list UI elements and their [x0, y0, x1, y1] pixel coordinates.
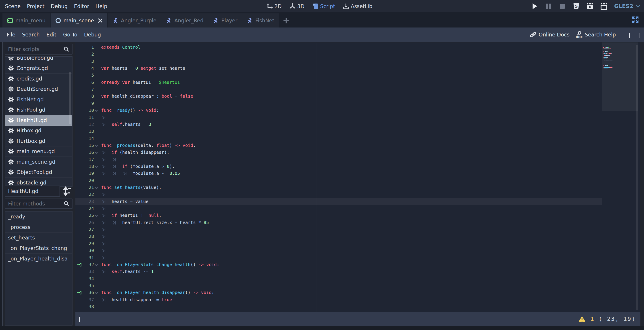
code-line-13: 13 — [76, 128, 640, 135]
gear-icon — [8, 65, 14, 71]
line-number: 19 — [76, 170, 94, 177]
tab-indent-marker — [101, 212, 106, 219]
html5-icon: 5 — [572, 3, 580, 10]
line-number: 33 — [76, 268, 94, 275]
main-menu-project[interactable]: Project — [27, 1, 51, 11]
code-scrollbar[interactable] — [636, 45, 638, 310]
scene-tab-Angler_Red[interactable]: Angler_Red — [161, 13, 208, 27]
script-item-Hurtbox.gd[interactable]: Hurtbox.gd — [5, 136, 72, 146]
code-line-19: 19modulate.a -= 0.05 — [76, 170, 640, 177]
script-name: main_menu.gd — [16, 148, 55, 154]
scene-tab-FishNet[interactable]: FishNet — [242, 13, 279, 27]
warning-icon[interactable] — [578, 316, 586, 323]
view-button-script[interactable]: Script — [312, 3, 335, 9]
script-menu-search[interactable]: Search — [22, 30, 46, 39]
method-item-_ready[interactable]: _ready — [5, 212, 72, 222]
history-forward-button[interactable] — [637, 33, 641, 37]
view-button-3d[interactable]: 3D — [289, 3, 304, 9]
script-scroll-icon — [312, 3, 319, 9]
script-item-ObjectPool.gd[interactable]: ObjectPool.gd — [5, 167, 72, 178]
script-menu-edit[interactable]: Edit — [46, 30, 63, 39]
fold-arrow-icon[interactable] — [95, 151, 98, 154]
tab-close-button[interactable] — [98, 18, 103, 23]
script-item-BubblePool.gd[interactable]: BubblePool.gd — [5, 56, 72, 63]
tab-label: main_menu — [16, 18, 46, 23]
script-item-HealthUI.gd[interactable]: HealthUI.gd — [5, 115, 72, 126]
main-menu-help[interactable]: Help — [96, 1, 114, 11]
chevron-left-icon — [629, 33, 630, 38]
method-item-_on_PlayerStats_chang[interactable]: _on_PlayerStats_chang — [5, 243, 72, 254]
tab-indent-marker — [101, 254, 106, 261]
play-scene-button[interactable] — [586, 3, 594, 10]
script-item-DeathScreen.gd[interactable]: DeathScreen.gd — [5, 84, 72, 95]
main-menu-editor[interactable]: Editor — [74, 1, 95, 11]
view-button-assetlib[interactable]: AssetLib — [342, 3, 372, 9]
scene-tab-main_scene[interactable]: main_scene — [50, 13, 108, 27]
script-list-scrollbar[interactable] — [69, 72, 71, 124]
play-custom-scene-button[interactable] — [600, 3, 608, 10]
history-back-button[interactable] — [628, 33, 632, 37]
script-item-Congrats.gd[interactable]: Congrats.gd — [5, 63, 72, 74]
code-line-26: 26heartUI.rect_size.x = hearts * 85 — [76, 219, 640, 226]
main-menu-scene[interactable]: Scene — [5, 1, 27, 11]
tab-label: Angler_Red — [174, 18, 204, 23]
distraction-free-button[interactable] — [631, 15, 640, 24]
code-text: func _process(delta: float) -> void: — [101, 142, 196, 149]
tab-indent-marker — [101, 114, 106, 121]
filter-scripts-input[interactable] — [8, 46, 64, 52]
tab-indent-marker — [101, 296, 106, 303]
script-menu-debug[interactable]: Debug — [84, 30, 108, 39]
fold-arrow-icon[interactable] — [95, 291, 98, 294]
renderer-dropdown[interactable]: GLES2 — [614, 3, 640, 9]
control-node-icon — [7, 17, 13, 24]
script-item-main_scene.gd[interactable]: main_scene.gd — [5, 157, 72, 167]
script-name: Hurtbox.gd — [16, 138, 45, 144]
script-item-Hitbox.gd[interactable]: Hitbox.gd — [5, 126, 72, 136]
main-menu-debug[interactable]: Debug — [51, 1, 74, 11]
view-button-2d[interactable]: 2D — [266, 3, 282, 9]
script-item-credits.gd[interactable]: credits.gd — [5, 73, 72, 84]
script-item-FishNet.gd[interactable]: FishNet.gd — [5, 94, 72, 105]
svg-text:DOC: DOC — [576, 35, 582, 38]
scene-tab-Angler_Purple[interactable]: Angler_Purple — [108, 13, 161, 27]
pause-button[interactable] — [545, 3, 552, 10]
fold-arrow-icon[interactable] — [95, 144, 98, 147]
script-item-FishPool.gd[interactable]: FishPool.gd — [5, 105, 72, 115]
fold-arrow-icon[interactable] — [95, 186, 98, 189]
line-number: 30 — [76, 247, 94, 254]
code-editor[interactable]: 1extends Control234var hearts = 0 setget… — [76, 42, 640, 312]
playback-buttons: 5 — [531, 3, 608, 10]
method-item-set_hearts[interactable]: set_hearts — [5, 233, 72, 243]
script-menu-go-to[interactable]: Go To — [63, 30, 84, 39]
search-help-button[interactable]: DOC Search Help — [575, 31, 616, 38]
code-line-38: 38 — [76, 303, 640, 310]
collapse-panel-button[interactable] — [76, 317, 84, 321]
fold-arrow-icon[interactable] — [95, 109, 98, 112]
play-button[interactable] — [531, 3, 538, 10]
script-menu-file[interactable]: File — [7, 30, 22, 39]
filter-methods-input[interactable] — [8, 201, 64, 207]
script-name: HealthUI.gd — [16, 117, 47, 123]
pause-icon — [545, 3, 552, 10]
code-text: self.hearts -= 1 — [112, 268, 154, 275]
fold-arrow-icon[interactable] — [95, 214, 98, 217]
scene-tab-Player[interactable]: Player — [208, 13, 242, 27]
line-number: 5 — [76, 72, 94, 79]
script-item-main_menu.gd[interactable]: main_menu.gd — [5, 146, 72, 157]
line-number: 21 — [76, 184, 94, 191]
online-docs-button[interactable]: Online Docs — [530, 31, 570, 38]
new-tab-button[interactable] — [279, 13, 293, 27]
tab-indent-marker — [101, 198, 106, 205]
code-text: var health_disappear : bool = false — [101, 93, 193, 100]
fold-arrow-icon[interactable] — [95, 263, 98, 266]
stop-button[interactable] — [559, 3, 566, 10]
code-minimap[interactable] — [602, 44, 638, 69]
method-item-_on_Player_health_disa[interactable]: _on_Player_health_disa — [5, 254, 72, 264]
sort-methods-button[interactable] — [63, 186, 72, 196]
code-line-35: 35 — [76, 282, 640, 289]
warning-count[interactable]: 1 — [591, 316, 594, 322]
scene-tab-main_menu[interactable]: main_menu — [2, 13, 50, 27]
html5-button[interactable]: 5 — [572, 3, 580, 10]
method-item-_process[interactable]: _process — [5, 222, 72, 233]
fold-arrow-icon[interactable] — [95, 165, 98, 168]
